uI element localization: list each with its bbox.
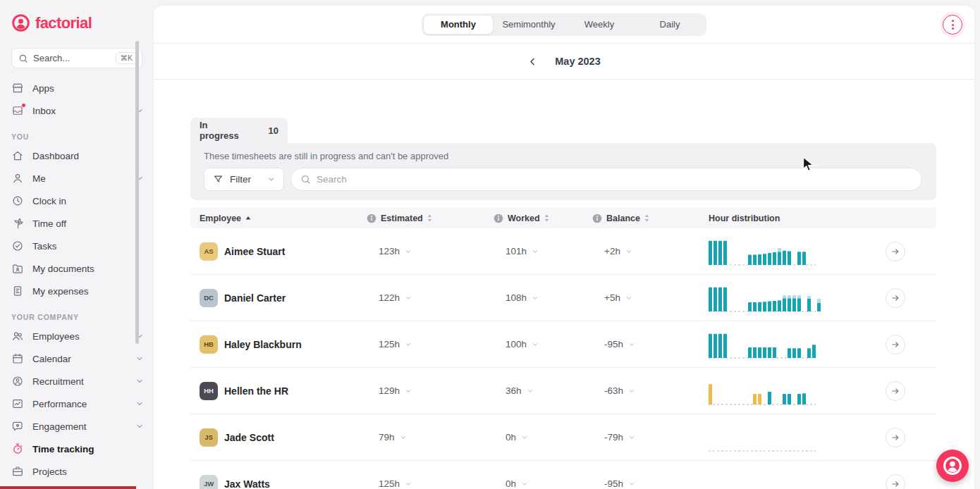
open-timesheet-button[interactable] xyxy=(886,242,905,261)
estimated-cell: 125h xyxy=(367,478,494,489)
sidebar-scrollbar[interactable] xyxy=(135,41,139,344)
sidebar-item-inbox[interactable]: Inbox xyxy=(0,99,154,122)
estimated-cell: 125h xyxy=(367,339,494,349)
period-tab-weekly[interactable]: Weekly xyxy=(564,15,635,35)
employee-cell[interactable]: AS Aimee Stuart xyxy=(190,242,367,261)
estimated-value: 125h xyxy=(379,478,400,489)
column-header-hour-distribution[interactable]: Hour distribution xyxy=(709,213,885,223)
column-header-worked[interactable]: Worked xyxy=(494,213,592,223)
more-options-button[interactable] xyxy=(943,15,962,35)
sort-icon xyxy=(427,214,432,222)
previous-month-button[interactable] xyxy=(527,56,538,67)
filter-button[interactable]: Filter xyxy=(204,168,284,191)
tab-in-progress[interactable]: In progress 10 xyxy=(190,118,288,143)
brand-wordmark: factorial xyxy=(35,14,92,32)
sidebar-item-time-tracking[interactable]: Time tracking xyxy=(0,438,154,460)
chevron-down-icon[interactable] xyxy=(628,341,635,348)
chevron-down-icon[interactable] xyxy=(628,388,635,395)
worked-cell: 100h xyxy=(494,339,592,349)
chevron-down-icon xyxy=(267,175,275,183)
chevron-down-icon[interactable] xyxy=(400,434,407,441)
worked-value: 101h xyxy=(506,246,527,256)
sidebar-item-clock-in[interactable]: Clock in xyxy=(0,190,154,212)
employee-cell[interactable]: JW Jax Watts xyxy=(190,475,367,489)
table-search-input[interactable] xyxy=(317,174,912,185)
column-header-balance[interactable]: Balance xyxy=(592,213,709,223)
open-timesheet-button[interactable] xyxy=(886,474,905,489)
table-search[interactable] xyxy=(290,168,922,191)
open-timesheet-button[interactable] xyxy=(886,335,905,354)
sidebar-search[interactable]: ⌘K xyxy=(11,48,142,68)
employee-cell[interactable]: DC Daniel Carter xyxy=(190,289,367,307)
employee-cell[interactable]: HH Hellen the HR xyxy=(190,382,367,400)
period-tab-monthly[interactable]: Monthly xyxy=(423,15,494,35)
period-tab-daily[interactable]: Daily xyxy=(635,15,705,35)
home-icon xyxy=(11,149,24,162)
employee-cell[interactable]: HB Haley Blackburn xyxy=(190,335,367,354)
open-timesheet-button[interactable] xyxy=(886,428,905,447)
sidebar-item-engagement[interactable]: Engagement xyxy=(0,415,154,438)
chevron-down-icon xyxy=(135,354,144,363)
users-icon xyxy=(11,330,24,342)
sidebar-item-dashboard[interactable]: Dashboard xyxy=(0,144,154,167)
hour-distribution-cell xyxy=(709,468,885,489)
chevron-down-icon[interactable] xyxy=(625,248,632,255)
sidebar-item-projects[interactable]: Projects xyxy=(0,460,154,483)
chevron-down-icon[interactable] xyxy=(628,434,635,441)
sidebar-search-input[interactable] xyxy=(33,53,111,63)
worked-value: 100h xyxy=(506,339,527,349)
avatar: DC xyxy=(200,289,218,307)
chevron-down-icon[interactable] xyxy=(405,295,412,302)
date-navigation: May 2023 xyxy=(154,44,974,80)
sidebar-item-my-documents[interactable]: My documents xyxy=(0,257,154,280)
chat-launcher-button[interactable] xyxy=(936,450,969,482)
factorial-logo[interactable]: factorial xyxy=(0,0,154,32)
estimated-value: 79h xyxy=(379,432,395,442)
worked-value: 108h xyxy=(506,292,527,303)
period-tab-semimonthly[interactable]: Semimonthly xyxy=(494,15,564,35)
chevron-down-icon[interactable] xyxy=(532,295,539,302)
arrow-right-icon xyxy=(890,479,900,489)
timesheet-row: HH Hellen the HR 129h 36h -63h xyxy=(190,368,936,414)
chevron-down-icon[interactable] xyxy=(532,341,539,348)
sidebar-item-tasks[interactable]: Tasks xyxy=(0,235,154,257)
info-icon xyxy=(592,213,602,223)
column-header-estimated[interactable]: Estimated xyxy=(367,213,494,223)
balance-value: -63h xyxy=(604,385,623,396)
hour-distribution-chart xyxy=(709,282,821,314)
chevron-down-icon[interactable] xyxy=(521,481,528,488)
chevron-down-icon[interactable] xyxy=(405,341,412,348)
sidebar-item-recruitment[interactable]: Recruitment xyxy=(0,370,154,392)
chevron-down-icon[interactable] xyxy=(405,481,412,488)
column-header-employee[interactable]: Employee xyxy=(190,213,367,223)
chevron-down-icon[interactable] xyxy=(405,248,412,255)
folder-user-icon xyxy=(11,262,24,275)
sidebar-item-my-expenses[interactable]: My expenses xyxy=(0,280,154,302)
stopwatch-icon xyxy=(11,442,24,455)
sidebar-item-time-off[interactable]: Time off xyxy=(0,212,154,235)
avatar: HB xyxy=(200,335,218,354)
unread-dot xyxy=(21,103,26,108)
sidebar-item-apps[interactable]: Apps xyxy=(0,77,154,99)
timesheet-row: AS Aimee Stuart 123h 101h +2h xyxy=(190,228,936,275)
chevron-down-icon[interactable] xyxy=(628,481,635,488)
balance-value: +2h xyxy=(604,246,620,256)
open-timesheet-button[interactable] xyxy=(886,381,905,401)
user-circle-icon xyxy=(11,375,24,388)
search-icon xyxy=(18,54,28,63)
chevron-down-icon[interactable] xyxy=(521,434,528,441)
sidebar-item-calendar[interactable]: Calendar xyxy=(0,347,154,370)
chevron-down-icon[interactable] xyxy=(405,388,412,395)
sidebar-item-me[interactable]: Me xyxy=(0,167,154,190)
sidebar-item-employees[interactable]: Employees xyxy=(0,325,154,347)
chevron-down-icon[interactable] xyxy=(527,388,534,395)
in-progress-notice: These timesheets are still in progress a… xyxy=(204,151,922,161)
balance-cell: -79h xyxy=(592,432,709,442)
employee-cell[interactable]: JS Jade Scott xyxy=(190,428,367,447)
chevron-down-icon xyxy=(135,422,144,431)
chevron-down-icon[interactable] xyxy=(625,295,632,302)
sidebar-item-performance[interactable]: Performance xyxy=(0,392,154,415)
open-timesheet-button[interactable] xyxy=(886,288,905,308)
chevron-down-icon[interactable] xyxy=(532,248,539,255)
filters-panel: These timesheets are still in progress a… xyxy=(190,143,936,200)
